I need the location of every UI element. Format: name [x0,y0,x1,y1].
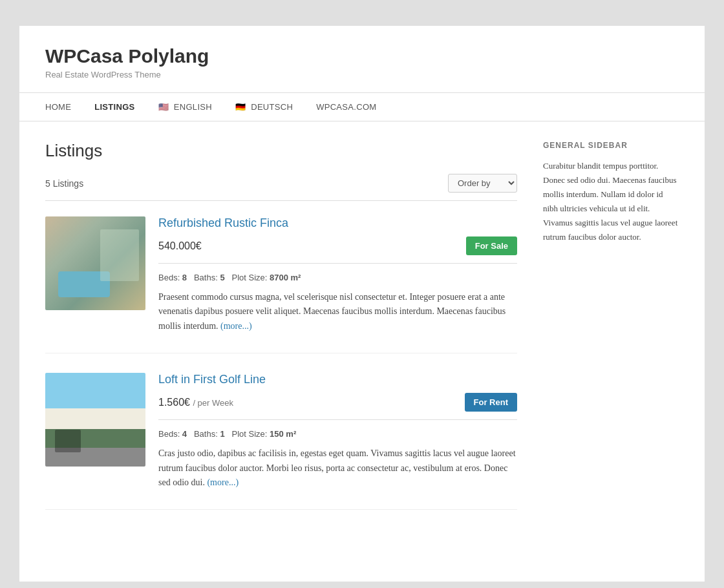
nav-wpcasa[interactable]: WPCASA.COM [304,93,388,121]
baths-finca: 5 [220,273,224,282]
more-link-finca[interactable]: (more...) [220,321,252,331]
listing-price-finca: 540.000€ [158,240,202,252]
badge-for-sale: For Sale [466,236,517,255]
listing-title-finca[interactable]: Refurbished Rustic Finca [158,216,517,230]
listing-item: Refurbished Rustic Finca 540.000€ For Sa… [45,216,517,353]
sidebar-text: Curabitur blandit tempus porttitor. Done… [543,159,679,245]
price-row-finca: 540.000€ For Sale [158,236,517,264]
listing-title-loft[interactable]: Loft in First Golf Line [158,373,517,386]
beds-loft: 4 [182,429,187,439]
listing-desc-finca: Praesent commodo cursus magna, vel scele… [158,290,517,333]
more-link-loft[interactable]: (more...) [207,478,239,487]
price-row-loft: 1.560€ / per Week For Rent [158,393,517,420]
listing-details-finca: Refurbished Rustic Finca 540.000€ For Sa… [158,216,517,333]
site-header: WPCasa Polylang Real Estate WordPress Th… [19,26,705,92]
listings-meta: 5 Listings Order by Price Date [45,174,517,201]
main-content: Listings 5 Listings Order by Price Date … [45,141,517,529]
page-wrapper: WPCasa Polylang Real Estate WordPress Th… [19,26,705,582]
listing-details-loft: Loft in First Golf Line 1.560€ / per Wee… [158,373,517,490]
content-area: Listings 5 Listings Order by Price Date … [19,121,705,549]
listing-image-loft[interactable] [45,373,145,467]
listing-desc-loft: Cras justo odio, dapibus ac facilisis in… [158,446,517,490]
main-nav: HOME LISTINGS 🇺🇸 ENGLISH 🇩🇪 DEUTSCH WPCA… [19,92,705,121]
nav-listings[interactable]: LISTINGS [83,93,146,121]
listing-item-loft: Loft in First Golf Line 1.560€ / per Wee… [45,373,517,510]
badge-for-rent: For Rent [465,393,517,412]
plot-finca: 8700 m² [270,273,301,282]
listing-specs-loft: Beds: 4 Baths: 1 Plot Size: 150 m² [158,429,517,439]
nav-home[interactable]: HOME [45,93,83,121]
nav-english[interactable]: 🇺🇸 ENGLISH [147,93,224,121]
price-period-loft: / per Week [193,398,233,408]
listing-image-finca[interactable] [45,216,145,310]
order-by-select[interactable]: Order by Price Date [448,174,517,193]
sidebar-title: GENERAL SIDEBAR [543,141,679,150]
listings-count: 5 Listings [45,178,83,189]
sidebar: GENERAL SIDEBAR Curabitur blandit tempus… [543,141,679,529]
beds-finca: 8 [182,273,187,282]
plot-loft: 150 m² [270,429,296,439]
page-title: Listings [45,141,517,161]
site-title: WPCasa Polylang [45,45,679,67]
site-subtitle: Real Estate WordPress Theme [45,70,679,79]
nav-deutsch[interactable]: 🇩🇪 DEUTSCH [224,93,304,121]
listing-specs-finca: Beds: 8 Baths: 5 Plot Size: 8700 m² [158,273,517,282]
baths-loft: 1 [220,429,224,439]
listing-price-loft: 1.560€ / per Week [158,397,233,408]
